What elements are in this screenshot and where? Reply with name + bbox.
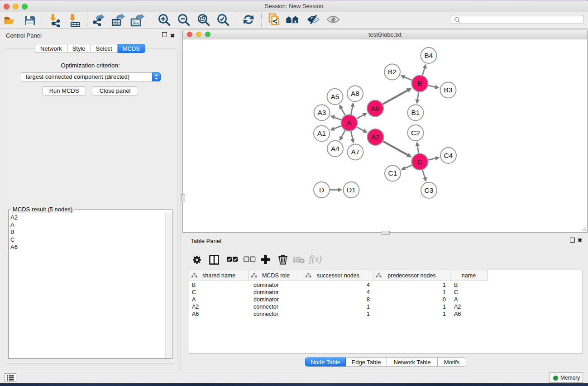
- svg-text:B2: B2: [388, 68, 397, 76]
- svg-text:D: D: [319, 186, 324, 194]
- svg-text:A2: A2: [371, 133, 380, 141]
- svg-text:A4: A4: [331, 145, 339, 152]
- svg-text:A8: A8: [351, 90, 359, 97]
- svg-text:A6: A6: [371, 105, 380, 112]
- svg-text:B1: B1: [411, 109, 420, 116]
- svg-text:A: A: [347, 119, 352, 127]
- svg-text:D1: D1: [347, 186, 356, 194]
- svg-text:C: C: [417, 158, 422, 166]
- svg-text:B4: B4: [425, 52, 433, 59]
- svg-text:C2: C2: [411, 129, 420, 137]
- svg-text:C4: C4: [444, 152, 453, 159]
- svg-text:A1: A1: [317, 129, 326, 137]
- svg-text:C3: C3: [425, 186, 434, 194]
- svg-text:B: B: [417, 80, 422, 87]
- svg-text:B3: B3: [444, 86, 453, 94]
- svg-text:A5: A5: [331, 93, 339, 100]
- svg-text:A3: A3: [318, 109, 326, 116]
- svg-text:A7: A7: [351, 148, 360, 156]
- svg-text:C1: C1: [388, 169, 397, 177]
